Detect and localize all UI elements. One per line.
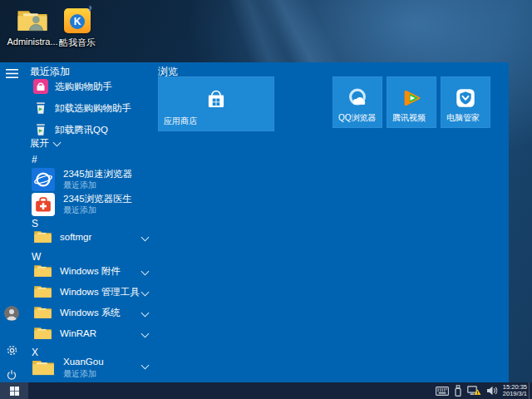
app-item-uninstall-qq[interactable]: 卸载腾讯QQ: [30, 121, 155, 138]
menu-hamburger-button[interactable]: [3, 65, 20, 81]
show-desktop-button[interactable]: [529, 382, 532, 399]
chevron-down-icon: [141, 267, 150, 275]
chevron-down-icon: [141, 308, 150, 317]
chevron-down-icon: [141, 362, 150, 370]
user-account-button[interactable]: [3, 305, 20, 322]
qq-browser-icon: [346, 86, 369, 110]
start-button[interactable]: [0, 382, 28, 399]
tile-tencent-video[interactable]: 腾讯视频: [387, 76, 436, 128]
tencent-video-icon: [400, 86, 423, 110]
settings-button[interactable]: [3, 342, 20, 358]
folder-icon: [33, 284, 52, 299]
folder-icon: [33, 264, 52, 278]
taskbar: 15:20:35 2019/3/1: [0, 382, 532, 399]
section-letter-hash[interactable]: #: [32, 154, 131, 165]
music-note-glyph: ♪: [88, 2, 93, 12]
gear-icon: [6, 344, 18, 357]
chevron-down-icon: [141, 233, 150, 241]
kuwo-logo-letter: K: [70, 14, 85, 29]
uninstall-trash-icon: [33, 122, 48, 137]
tile-qq-browser[interactable]: QQ浏览器: [332, 76, 382, 128]
app-folder-windows-system[interactable]: Windows 系统: [30, 303, 155, 322]
app-item-shopping-assistant[interactable]: 选购购物助手: [30, 78, 155, 95]
user-avatar-icon: [4, 306, 19, 321]
folder-icon: [33, 305, 52, 320]
clock-date: 2019/3/1: [503, 391, 527, 398]
power-icon: [6, 369, 17, 381]
app-folder-windows-accessories[interactable]: Windows 附件: [30, 262, 155, 280]
tile-pc-manager[interactable]: 电脑管家: [441, 76, 490, 128]
touch-keyboard-icon: [436, 387, 449, 396]
power-button[interactable]: [3, 367, 20, 383]
app-folder-windows-admin-tools[interactable]: Windows 管理工具: [30, 283, 155, 301]
windows-logo-icon: [10, 387, 19, 396]
desktop-icon-administrator[interactable]: Administra...: [7, 7, 58, 47]
store-bag-icon: [204, 87, 229, 112]
speaker-icon: [486, 386, 498, 396]
taskbar-clock[interactable]: 15:20:35 2019/3/1: [503, 384, 529, 398]
desktop-icon-label: 酷我音乐: [52, 37, 103, 49]
hamburger-icon: [6, 69, 18, 78]
network-status-button[interactable]: [467, 386, 481, 397]
chevron-down-icon: [53, 138, 62, 146]
chevron-down-icon: [141, 288, 150, 296]
2345-browser-icon: [32, 168, 55, 191]
uninstall-trash-icon: [33, 101, 48, 116]
network-warning-icon: [467, 386, 481, 397]
desktop-icon-label: Administra...: [7, 37, 58, 47]
tile-app-store[interactable]: 应用商店: [158, 76, 274, 131]
system-tray: 15:20:35 2019/3/1: [436, 382, 529, 399]
pc-manager-shield-icon: [454, 86, 477, 110]
app-item-2345-doctor[interactable]: 2345浏览器医生 最近添加: [30, 192, 155, 217]
usb-device-button[interactable]: [454, 385, 462, 397]
folder-icon: [33, 326, 52, 341]
user-folder-icon: [7, 7, 58, 35]
app-item-uninstall-assistant[interactable]: 卸载选购购物助手: [30, 100, 155, 116]
desktop-icon-kuwo-music[interactable]: ♪ K 酷我音乐: [52, 7, 103, 49]
app-folder-xuangou[interactable]: XuanGou 最近添加: [30, 356, 155, 381]
app-folder-softmgr[interactable]: softmgr: [30, 228, 155, 246]
expand-button[interactable]: 展开: [30, 137, 60, 150]
desktop: Administra... ♪ K 酷我音乐: [0, 0, 532, 399]
touch-keyboard-button[interactable]: [436, 387, 449, 396]
folder-icon: [32, 358, 55, 377]
usb-drive-icon: [454, 385, 462, 397]
start-menu: 最近添加 选购购物助手 卸载选购购物助手 卸载腾讯QQ: [0, 62, 509, 382]
chevron-down-icon: [141, 329, 150, 337]
app-item-2345-browser[interactable]: 2345加速浏览器 最近添加: [30, 167, 155, 192]
volume-button[interactable]: [486, 386, 498, 396]
shopping-assistant-icon: [33, 79, 48, 94]
app-folder-winrar[interactable]: WinRAR: [30, 324, 155, 342]
recent-added-header: 最近添加: [30, 65, 70, 79]
kuwo-music-icon: ♪ K: [64, 8, 91, 33]
folder-icon: [33, 229, 52, 244]
2345-browser-doctor-icon: [32, 193, 55, 216]
section-letter-w[interactable]: W: [32, 251, 131, 263]
